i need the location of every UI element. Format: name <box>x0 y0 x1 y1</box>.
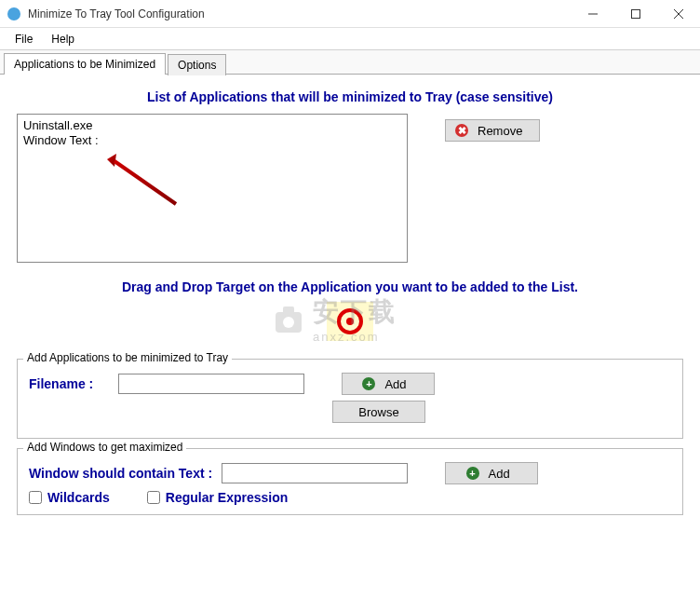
maximize-button[interactable] <box>614 0 657 28</box>
arrow-annotation <box>101 148 185 213</box>
remove-icon: ✖ <box>455 124 468 137</box>
add-icon: + <box>466 467 479 480</box>
browse-button[interactable]: Browse <box>332 401 425 423</box>
regex-label: Regular Expression <box>166 490 289 505</box>
minimize-button[interactable] <box>572 0 614 28</box>
group-add-applications: Add Applications to be minimized to Tray… <box>17 359 683 439</box>
filename-label: Filename : <box>29 376 109 391</box>
add-app-button[interactable]: + Add <box>342 373 435 395</box>
window-text-input[interactable] <box>222 463 408 483</box>
svg-rect-1 <box>632 9 640 18</box>
list-title: List of Applications that will be minimi… <box>17 89 683 104</box>
tab-content: List of Applications that will be minimi… <box>0 75 700 530</box>
svg-point-7 <box>346 318 354 325</box>
wintext-label: Window should contain Text : <box>29 466 212 481</box>
applications-listbox[interactable]: Uninstall.exe Window Text : <box>17 114 408 263</box>
list-item[interactable]: Window Text : <box>23 133 401 148</box>
app-icon <box>7 7 20 20</box>
wildcards-label: Wildcards <box>47 490 110 505</box>
regex-checkbox-wrap[interactable]: Regular Expression <box>147 490 289 505</box>
menu-file[interactable]: File <box>6 31 42 48</box>
window-controls <box>572 0 700 28</box>
group-maximize-windows: Add Windows to get maximized Window shou… <box>17 448 683 515</box>
close-button[interactable] <box>657 0 700 28</box>
wildcards-checkbox-wrap[interactable]: Wildcards <box>29 490 110 505</box>
tab-applications[interactable]: Applications to be Minimized <box>4 53 166 75</box>
filename-input[interactable] <box>118 374 304 394</box>
tab-options[interactable]: Options <box>168 54 226 75</box>
window-title: Minimize To Tray Tool Configuration <box>28 7 572 20</box>
svg-line-5 <box>114 161 176 204</box>
group-max-title: Add Windows to get maximized <box>23 441 186 454</box>
svg-marker-4 <box>107 154 116 167</box>
add-window-button[interactable]: + Add <box>445 462 538 484</box>
tab-strip: Applications to be Minimized Options <box>0 50 700 75</box>
add-window-label: Add <box>489 467 510 481</box>
target-icon <box>336 307 364 335</box>
browse-label: Browse <box>358 405 398 419</box>
menu-help[interactable]: Help <box>42 31 84 48</box>
drag-target[interactable] <box>327 302 373 341</box>
remove-label: Remove <box>478 124 522 138</box>
regex-checkbox[interactable] <box>147 491 160 504</box>
add-app-label: Add <box>384 377 406 391</box>
add-icon: + <box>362 377 375 390</box>
wildcards-checkbox[interactable] <box>29 491 42 504</box>
titlebar: Minimize To Tray Tool Configuration <box>0 0 700 28</box>
group-add-title: Add Applications to be minimized to Tray <box>23 351 232 364</box>
list-item[interactable]: Uninstall.exe <box>23 118 401 133</box>
menubar: File Help <box>0 28 700 50</box>
remove-button[interactable]: ✖ Remove <box>445 119 540 142</box>
drag-instruction: Drag and Drop Target on the Application … <box>17 279 683 294</box>
